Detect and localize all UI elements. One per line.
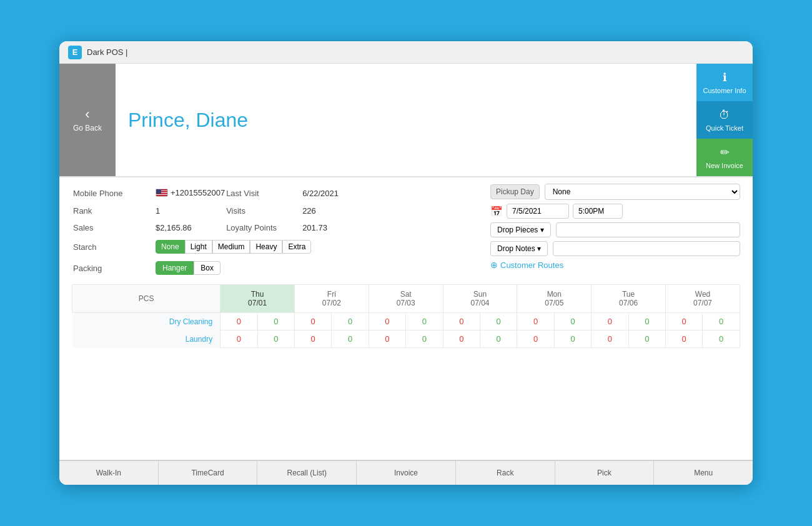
sun-header: Sun07/04 [443,285,517,313]
starch-options: None Light Medium Heavy Extra [156,240,477,254]
nav-invoice[interactable]: Invoice [357,461,456,485]
wed-header: Wed07/07 [666,285,740,313]
drop-pieces-button[interactable]: Drop Pieces ▾ [490,222,551,237]
header-row: ‹ Go Back Prince, Diane ℹ Customer Info … [59,64,753,177]
dc-sun-red: 0 [443,313,480,330]
customer-name-area: Prince, Diane [116,64,696,176]
mon-header: Mon07/05 [517,285,592,313]
left-info-panel: Mobile Phone +12015552007 [72,184,478,279]
laundry-row: Laundry 0 0 0 0 0 0 0 0 0 0 0 0 [72,330,740,348]
packing-group: Hanger Box [156,261,220,275]
quick-ticket-button[interactable]: ⏱ Quick Ticket [696,101,753,139]
dc-fri-red: 0 [294,313,331,330]
date-input[interactable] [507,204,569,219]
starch-row: Starch None Light Medium Heavy Extra [73,237,477,257]
packing-label: Packing [73,258,154,278]
visits-value: 226 [302,203,477,219]
starch-extra-button[interactable]: Extra [282,240,311,254]
thu-header: Thu07/01 [220,285,295,313]
starch-none-button[interactable]: None [156,240,185,254]
customer-name: Prince, Diane [128,109,248,132]
rank-label: Rank [73,203,154,219]
starch-heavy-button[interactable]: Heavy [250,240,282,254]
l-sat-red: 0 [369,330,405,348]
info-icon: ℹ [723,71,727,84]
app-title: Dark POS | [87,47,128,57]
rank-value: 1 [156,203,225,219]
plus-icon: ⊕ [490,260,498,270]
clock-icon: ⏱ [719,109,730,122]
drop-pieces-input[interactable] [556,222,740,237]
l-wed-green: 0 [703,330,740,348]
customer-routes-label: Customer Routes [500,261,563,270]
tue-header: Tue07/06 [592,285,666,313]
dc-tue-red: 0 [592,313,628,330]
dc-thu-green: 0 [257,313,294,330]
l-wed-red: 0 [666,330,703,348]
bottom-nav: Walk-In TimeCard Recall (List) Invoice R… [59,460,753,485]
nav-menu[interactable]: Menu [654,461,753,485]
date-time-row: 📅 [490,204,740,219]
packing-hanger-button[interactable]: Hanger [156,261,194,275]
new-invoice-label: New Invoice [706,162,743,169]
l-fri-red: 0 [294,330,331,348]
l-sat-green: 0 [406,330,443,348]
drop-notes-button[interactable]: Drop Notes ▾ [490,241,548,256]
nav-walk-in[interactable]: Walk-In [59,461,159,485]
l-sun-green: 0 [480,330,517,348]
starch-group: None Light Medium Heavy Extra [156,240,311,254]
dc-thu-red: 0 [220,313,257,330]
title-bar: E Dark POS | [59,41,753,64]
l-sun-red: 0 [443,330,480,348]
time-input[interactable] [573,204,623,219]
back-chevron-icon: ‹ [85,107,89,121]
back-button[interactable]: ‹ Go Back [59,64,116,176]
packing-box-button[interactable]: Box [194,261,220,275]
calendar-icon: 📅 [490,206,503,217]
app-logo: E [68,46,82,59]
l-mon-green: 0 [554,330,591,348]
customer-routes-link[interactable]: ⊕ Customer Routes [490,260,740,270]
right-actions: ℹ Customer Info ⏱ Quick Ticket ✏ New Inv… [696,64,753,176]
sales-row: Sales $2,165.86 Loyalty Points 201.73 [73,220,477,236]
l-tue-green: 0 [628,330,665,348]
nav-pick[interactable]: Pick [555,461,655,485]
dc-wed-red: 0 [666,313,703,330]
starch-light-button[interactable]: Light [185,240,212,254]
loyalty-points-label: Loyalty Points [226,220,301,236]
dc-sat-green: 0 [406,313,443,330]
l-thu-green: 0 [257,330,294,348]
dry-cleaning-row: Dry Cleaning 0 0 0 0 0 0 0 0 0 0 0 [72,313,740,330]
drop-notes-label: Drop Notes ▾ [497,244,541,253]
nav-rack[interactable]: Rack [456,461,555,485]
customer-info-button[interactable]: ℹ Customer Info [696,64,753,101]
starch-medium-button[interactable]: Medium [212,240,250,254]
l-thu-red: 0 [220,330,257,348]
dc-wed-green: 0 [703,313,740,330]
sales-label: Sales [73,220,154,236]
schedule-section: PCS Thu07/01 Fri07/02 Sat07/03 Sun07/04 … [59,284,753,354]
dc-mon-green: 0 [554,313,591,330]
mobile-phone-value: +12015552007 [156,185,225,202]
pcs-header: PCS [72,285,220,313]
starch-label: Starch [73,237,154,257]
dc-tue-green: 0 [628,313,665,330]
nav-recall-list[interactable]: Recall (List) [257,461,357,485]
drop-notes-input[interactable] [553,241,740,256]
sat-header: Sat07/03 [369,285,443,313]
pencil-icon: ✏ [720,146,730,159]
visits-label: Visits [226,203,301,219]
last-visit-label: Last Visit [226,185,301,202]
packing-row: Packing Hanger Box [73,258,477,278]
pickup-day-row: Pickup Day None [490,184,740,200]
dc-sat-red: 0 [369,313,405,330]
packing-options: Hanger Box [156,261,477,275]
l-tue-red: 0 [592,330,628,348]
customer-details-section: Mobile Phone +12015552007 [59,184,753,279]
dry-cleaning-label: Dry Cleaning [72,313,220,330]
schedule-header-row: PCS Thu07/01 Fri07/02 Sat07/03 Sun07/04 … [72,285,740,313]
new-invoice-button[interactable]: ✏ New Invoice [696,139,753,176]
pickup-day-select[interactable]: None [545,184,740,200]
schedule-table: PCS Thu07/01 Fri07/02 Sat07/03 Sun07/04 … [72,284,740,348]
nav-timecard[interactable]: TimeCard [159,461,258,485]
